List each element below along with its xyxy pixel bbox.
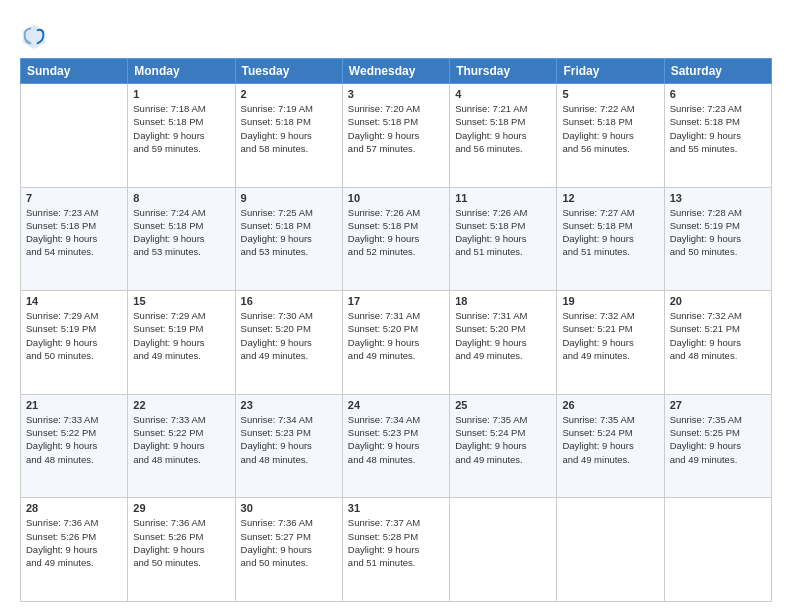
day-number: 12 (562, 192, 658, 204)
day-number: 18 (455, 295, 551, 307)
cell-info: Sunrise: 7:18 AM Sunset: 5:18 PM Dayligh… (133, 102, 229, 155)
col-header-monday: Monday (128, 59, 235, 84)
day-number: 11 (455, 192, 551, 204)
day-number: 27 (670, 399, 766, 411)
col-header-thursday: Thursday (450, 59, 557, 84)
logo-icon (20, 22, 48, 50)
svg-marker-0 (23, 25, 45, 49)
calendar-cell: 29Sunrise: 7:36 AM Sunset: 5:26 PM Dayli… (128, 498, 235, 602)
day-number: 23 (241, 399, 337, 411)
calendar-cell: 6Sunrise: 7:23 AM Sunset: 5:18 PM Daylig… (664, 84, 771, 188)
day-number: 15 (133, 295, 229, 307)
calendar-cell (21, 84, 128, 188)
cell-info: Sunrise: 7:33 AM Sunset: 5:22 PM Dayligh… (133, 413, 229, 466)
cell-info: Sunrise: 7:29 AM Sunset: 5:19 PM Dayligh… (26, 309, 122, 362)
cell-info: Sunrise: 7:22 AM Sunset: 5:18 PM Dayligh… (562, 102, 658, 155)
day-number: 17 (348, 295, 444, 307)
calendar-cell (664, 498, 771, 602)
day-number: 28 (26, 502, 122, 514)
day-number: 24 (348, 399, 444, 411)
calendar-cell: 4Sunrise: 7:21 AM Sunset: 5:18 PM Daylig… (450, 84, 557, 188)
calendar-cell: 14Sunrise: 7:29 AM Sunset: 5:19 PM Dayli… (21, 291, 128, 395)
calendar-cell: 25Sunrise: 7:35 AM Sunset: 5:24 PM Dayli… (450, 394, 557, 498)
day-number: 5 (562, 88, 658, 100)
day-number: 16 (241, 295, 337, 307)
cell-info: Sunrise: 7:35 AM Sunset: 5:25 PM Dayligh… (670, 413, 766, 466)
col-header-friday: Friday (557, 59, 664, 84)
calendar-cell: 3Sunrise: 7:20 AM Sunset: 5:18 PM Daylig… (342, 84, 449, 188)
calendar-cell (557, 498, 664, 602)
day-number: 3 (348, 88, 444, 100)
cell-info: Sunrise: 7:37 AM Sunset: 5:28 PM Dayligh… (348, 516, 444, 569)
col-header-wednesday: Wednesday (342, 59, 449, 84)
calendar-cell: 23Sunrise: 7:34 AM Sunset: 5:23 PM Dayli… (235, 394, 342, 498)
calendar-header-row: SundayMondayTuesdayWednesdayThursdayFrid… (21, 59, 772, 84)
col-header-tuesday: Tuesday (235, 59, 342, 84)
day-number: 6 (670, 88, 766, 100)
day-number: 29 (133, 502, 229, 514)
calendar-cell: 19Sunrise: 7:32 AM Sunset: 5:21 PM Dayli… (557, 291, 664, 395)
cell-info: Sunrise: 7:24 AM Sunset: 5:18 PM Dayligh… (133, 206, 229, 259)
day-number: 13 (670, 192, 766, 204)
day-number: 8 (133, 192, 229, 204)
cell-info: Sunrise: 7:23 AM Sunset: 5:18 PM Dayligh… (670, 102, 766, 155)
calendar-cell: 9Sunrise: 7:25 AM Sunset: 5:18 PM Daylig… (235, 187, 342, 291)
calendar-cell: 13Sunrise: 7:28 AM Sunset: 5:19 PM Dayli… (664, 187, 771, 291)
cell-info: Sunrise: 7:33 AM Sunset: 5:22 PM Dayligh… (26, 413, 122, 466)
day-number: 20 (670, 295, 766, 307)
calendar-cell: 16Sunrise: 7:30 AM Sunset: 5:20 PM Dayli… (235, 291, 342, 395)
calendar-cell: 5Sunrise: 7:22 AM Sunset: 5:18 PM Daylig… (557, 84, 664, 188)
calendar-cell: 22Sunrise: 7:33 AM Sunset: 5:22 PM Dayli… (128, 394, 235, 498)
calendar-week-0: 1Sunrise: 7:18 AM Sunset: 5:18 PM Daylig… (21, 84, 772, 188)
calendar-cell: 24Sunrise: 7:34 AM Sunset: 5:23 PM Dayli… (342, 394, 449, 498)
day-number: 10 (348, 192, 444, 204)
cell-info: Sunrise: 7:35 AM Sunset: 5:24 PM Dayligh… (562, 413, 658, 466)
cell-info: Sunrise: 7:25 AM Sunset: 5:18 PM Dayligh… (241, 206, 337, 259)
calendar-week-3: 21Sunrise: 7:33 AM Sunset: 5:22 PM Dayli… (21, 394, 772, 498)
cell-info: Sunrise: 7:20 AM Sunset: 5:18 PM Dayligh… (348, 102, 444, 155)
col-header-sunday: Sunday (21, 59, 128, 84)
logo (20, 22, 52, 50)
calendar-cell: 26Sunrise: 7:35 AM Sunset: 5:24 PM Dayli… (557, 394, 664, 498)
calendar-cell: 21Sunrise: 7:33 AM Sunset: 5:22 PM Dayli… (21, 394, 128, 498)
calendar-cell: 17Sunrise: 7:31 AM Sunset: 5:20 PM Dayli… (342, 291, 449, 395)
cell-info: Sunrise: 7:32 AM Sunset: 5:21 PM Dayligh… (562, 309, 658, 362)
cell-info: Sunrise: 7:21 AM Sunset: 5:18 PM Dayligh… (455, 102, 551, 155)
cell-info: Sunrise: 7:35 AM Sunset: 5:24 PM Dayligh… (455, 413, 551, 466)
cell-info: Sunrise: 7:36 AM Sunset: 5:27 PM Dayligh… (241, 516, 337, 569)
calendar-cell: 2Sunrise: 7:19 AM Sunset: 5:18 PM Daylig… (235, 84, 342, 188)
calendar-cell: 7Sunrise: 7:23 AM Sunset: 5:18 PM Daylig… (21, 187, 128, 291)
page: SundayMondayTuesdayWednesdayThursdayFrid… (0, 0, 792, 612)
cell-info: Sunrise: 7:36 AM Sunset: 5:26 PM Dayligh… (26, 516, 122, 569)
day-number: 26 (562, 399, 658, 411)
day-number: 21 (26, 399, 122, 411)
calendar-cell: 28Sunrise: 7:36 AM Sunset: 5:26 PM Dayli… (21, 498, 128, 602)
calendar-cell: 12Sunrise: 7:27 AM Sunset: 5:18 PM Dayli… (557, 187, 664, 291)
cell-info: Sunrise: 7:31 AM Sunset: 5:20 PM Dayligh… (455, 309, 551, 362)
header (20, 18, 772, 50)
day-number: 7 (26, 192, 122, 204)
day-number: 9 (241, 192, 337, 204)
cell-info: Sunrise: 7:30 AM Sunset: 5:20 PM Dayligh… (241, 309, 337, 362)
day-number: 14 (26, 295, 122, 307)
day-number: 31 (348, 502, 444, 514)
calendar-cell (450, 498, 557, 602)
calendar-week-1: 7Sunrise: 7:23 AM Sunset: 5:18 PM Daylig… (21, 187, 772, 291)
day-number: 2 (241, 88, 337, 100)
calendar-week-2: 14Sunrise: 7:29 AM Sunset: 5:19 PM Dayli… (21, 291, 772, 395)
cell-info: Sunrise: 7:26 AM Sunset: 5:18 PM Dayligh… (348, 206, 444, 259)
calendar-cell: 20Sunrise: 7:32 AM Sunset: 5:21 PM Dayli… (664, 291, 771, 395)
calendar-cell: 8Sunrise: 7:24 AM Sunset: 5:18 PM Daylig… (128, 187, 235, 291)
calendar-cell: 31Sunrise: 7:37 AM Sunset: 5:28 PM Dayli… (342, 498, 449, 602)
cell-info: Sunrise: 7:27 AM Sunset: 5:18 PM Dayligh… (562, 206, 658, 259)
calendar-cell: 11Sunrise: 7:26 AM Sunset: 5:18 PM Dayli… (450, 187, 557, 291)
day-number: 30 (241, 502, 337, 514)
day-number: 25 (455, 399, 551, 411)
cell-info: Sunrise: 7:36 AM Sunset: 5:26 PM Dayligh… (133, 516, 229, 569)
cell-info: Sunrise: 7:34 AM Sunset: 5:23 PM Dayligh… (348, 413, 444, 466)
calendar-table: SundayMondayTuesdayWednesdayThursdayFrid… (20, 58, 772, 602)
calendar-week-4: 28Sunrise: 7:36 AM Sunset: 5:26 PM Dayli… (21, 498, 772, 602)
day-number: 4 (455, 88, 551, 100)
calendar-cell: 15Sunrise: 7:29 AM Sunset: 5:19 PM Dayli… (128, 291, 235, 395)
day-number: 22 (133, 399, 229, 411)
